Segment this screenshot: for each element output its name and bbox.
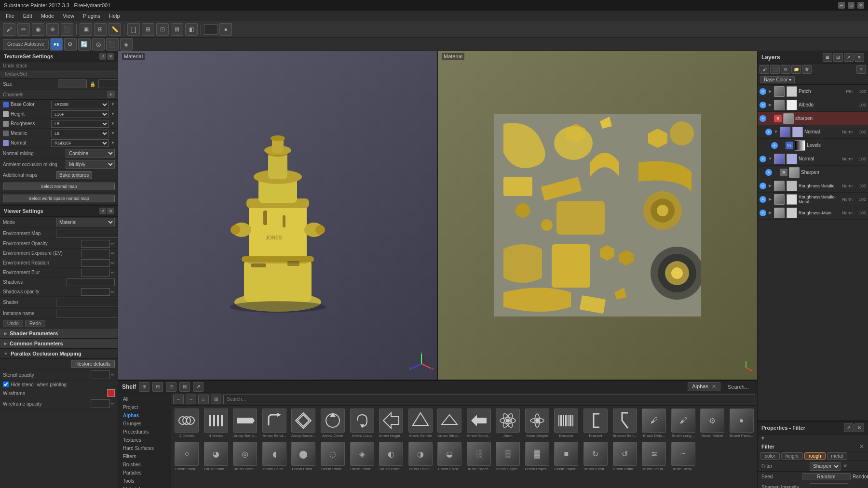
layer-roughness-main-vis[interactable]: ● <box>760 210 766 216</box>
layer-roughness-main[interactable]: ● ▶ Roughness-Main Norm 100 <box>758 206 868 220</box>
layer-roughness-metalic-vis[interactable]: ● <box>760 183 766 189</box>
layers-header-btn-1[interactable]: ⊞ <box>823 53 832 62</box>
shelf-item-27[interactable]: ◐Brush Paint... <box>378 441 405 472</box>
shelf-cat-materials[interactable]: Materials <box>118 485 171 488</box>
shelf-tab-alphas-close[interactable]: ✕ <box>712 383 716 389</box>
expand-textureset-btn[interactable]: ↗ <box>99 53 106 60</box>
paint-button[interactable]: 🖌 <box>3 23 15 36</box>
shelf-item-17[interactable]: 🖌Brush Long... <box>669 408 697 439</box>
shelf-cat-particles[interactable]: Particles <box>118 469 171 477</box>
shelf-item-1[interactable]: 4 Marks <box>203 408 230 439</box>
shelf-item-34[interactable]: ↻Brush Rotat... <box>582 441 610 472</box>
layer-normal-2-vis[interactable]: ● <box>760 156 766 162</box>
normal-swatch[interactable] <box>3 140 9 146</box>
shelf-search-forward[interactable]: → <box>186 395 196 404</box>
layers-more[interactable]: ≡ <box>856 65 866 74</box>
close-textureset-btn[interactable]: ✕ <box>107 53 114 60</box>
menu-edit[interactable]: Edit <box>19 12 36 20</box>
add-fill-layer[interactable]: ⬛ <box>770 65 780 74</box>
seed-random-button[interactable]: Random <box>802 473 851 480</box>
shelf-item-10[interactable]: Arrow Simpl... <box>465 408 492 439</box>
layer-sharpen-2-expand[interactable] <box>773 170 778 175</box>
shelf-cat-grunges[interactable]: Grunges <box>118 420 171 428</box>
layer-normal-2[interactable]: ● ▼ Normal Norm 100 <box>758 152 868 166</box>
filter-name-close[interactable]: ✕ <box>859 443 864 450</box>
select-world-normal-button[interactable]: Select world space normal map <box>3 195 115 202</box>
shelf-item-11[interactable]: Atom <box>494 408 522 439</box>
layer-roughness-metalic-metal[interactable]: ● ▶ RoughnessMetalic-Metal Norm 100 <box>758 193 868 206</box>
shelf-search-back[interactable]: ← <box>173 395 184 404</box>
shelf-item-18[interactable]: ⚙Brush Maker <box>699 408 726 439</box>
shelf-search-home[interactable]: ⌂ <box>198 395 209 404</box>
shelf-item-5[interactable]: Arrow Circle <box>319 408 347 439</box>
menu-plugins[interactable]: Plugins <box>79 12 104 20</box>
normal-mixing-dropdown[interactable]: Combine <box>66 149 115 158</box>
shelf-item-16[interactable]: 🖌Brush Dirty... <box>640 408 668 439</box>
layer-patch-vis[interactable]: ● <box>760 88 766 95</box>
shelf-cat-project[interactable]: Project <box>118 403 171 411</box>
layer-sharpen-vis[interactable]: ● <box>760 115 766 122</box>
tab-height[interactable]: height <box>781 452 803 460</box>
layer-sharpen-2-vis[interactable]: ● <box>765 169 772 176</box>
layer-normal-1-expand[interactable]: ▼ <box>773 130 778 134</box>
filter-dropdown[interactable]: Sharpen <box>810 462 841 471</box>
height-format[interactable]: L16F <box>51 110 109 118</box>
shelf-item-8[interactable]: Arrow Simple <box>407 408 434 439</box>
menu-file[interactable]: File <box>2 12 18 20</box>
layer-sharpen-2[interactable]: ● S Sharpen <box>758 166 868 179</box>
shelf-item-23[interactable]: ◖Brush Paint... <box>261 441 288 472</box>
selection-button[interactable]: ▣ <box>80 23 92 36</box>
shelf-item-21[interactable]: ◕Brush Paint... <box>203 441 230 472</box>
layer-normal-2-expand[interactable]: ▼ <box>768 157 773 161</box>
tab-color[interactable]: color <box>760 452 780 460</box>
menu-mode[interactable]: Mode <box>37 12 58 20</box>
layer-normal-1[interactable]: ● ▼ Normal Norm 100 <box>758 125 868 139</box>
layer-roughness-metalic-metal-expand[interactable]: ▶ <box>768 197 773 202</box>
shelf-search-input[interactable] <box>223 395 755 404</box>
layer-roughness-main-expand[interactable]: ▶ <box>768 211 773 215</box>
shelf-item-29[interactable]: ◒Brush Paint... <box>436 441 463 472</box>
shelf-tab-alphas[interactable]: Alphas ✕ <box>688 382 720 391</box>
shelf-cat-hard-surfaces[interactable]: Hard Surfaces <box>118 444 171 452</box>
delete-layer[interactable]: 🗑 <box>802 65 812 74</box>
lock-icon[interactable]: 🔒 <box>90 81 95 87</box>
shadows-input[interactable]: Lightweight computation <box>67 278 115 286</box>
shelf-cat-procedurals[interactable]: Procedurals <box>118 428 171 436</box>
size-locked-input[interactable]: 2048 <box>98 79 118 88</box>
ruler-button[interactable]: 📏 <box>108 23 121 36</box>
shelf-item-26[interactable]: ◈Brush Paint... <box>348 441 376 472</box>
layers-header-btn-4[interactable]: ✕ <box>854 53 864 62</box>
shelf-item-4[interactable]: Arrow Borde... <box>290 408 317 439</box>
shader-params-header[interactable]: ▶ Shader Parameters <box>0 329 118 339</box>
shelf-item-2[interactable]: Arrow Band... <box>231 408 259 439</box>
shelf-btn-2[interactable]: ⊟ <box>152 382 163 392</box>
env-exposure-input[interactable]: 0 <box>81 250 110 257</box>
shelf-item-28[interactable]: ◑Brush Paint... <box>407 441 434 472</box>
sharpen-intensity-input[interactable]: 1 <box>810 483 848 488</box>
layer-albedo[interactable]: ● ▶ Albedo 100 <box>758 98 868 112</box>
shelf-item-30[interactable]: ░Brush Paper... <box>465 441 492 472</box>
mode-dropdown[interactable]: Material <box>56 218 115 226</box>
env-opacity-edit-icon[interactable]: ✏ <box>111 241 115 246</box>
shelf-item-0[interactable]: 3 Circles <box>173 408 201 439</box>
wireframe-opacity-input[interactable]: 40 <box>91 399 110 408</box>
menu-help[interactable]: Help <box>105 12 124 20</box>
shelf-item-35[interactable]: ↺Brush Rotat... <box>611 441 638 472</box>
close-button[interactable]: ✕ <box>857 2 864 9</box>
grease-autosave-btn[interactable]: Grease Autosave <box>3 39 49 50</box>
env-map-input[interactable]: studio_02 <box>56 229 118 237</box>
shelf-view-toggle[interactable]: ⊞ <box>211 395 221 404</box>
env-exposure-edit-icon[interactable]: ✏ <box>111 251 115 256</box>
shelf-item-6[interactable]: Arrow Loop <box>348 408 376 439</box>
shadows-opacity-input[interactable]: 100 <box>81 288 110 296</box>
shelf-item-15[interactable]: Bracket Ben... <box>611 408 638 439</box>
transform-button[interactable]: ⊞ <box>94 23 107 36</box>
layer-albedo-vis[interactable]: ● <box>760 102 766 108</box>
shelf-item-33[interactable]: ■Brush Paper... <box>553 441 580 472</box>
hide-stencil-checkbox[interactable] <box>3 382 9 387</box>
metallic-swatch[interactable] <box>3 131 9 136</box>
shelf-item-19[interactable]: ●Brush Paint... <box>728 408 755 439</box>
shelf-item-24[interactable]: ⬤Brush Paint... <box>290 441 317 472</box>
tab-metal[interactable]: metal <box>827 452 847 460</box>
tab-rough[interactable]: rough <box>804 452 826 460</box>
